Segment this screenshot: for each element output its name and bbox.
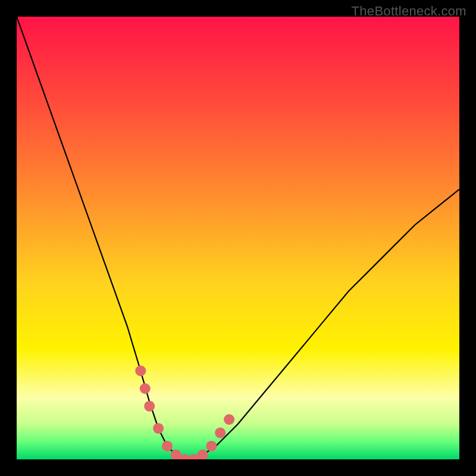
highlight-dot: [140, 383, 151, 394]
highlight-dot: [144, 401, 155, 412]
chart-plot-area: [17, 17, 459, 459]
highlight-dot: [224, 414, 234, 425]
watermark-text: TheBottleneck.com: [352, 4, 466, 19]
highlight-dot: [206, 441, 217, 452]
highlight-dot: [153, 423, 164, 434]
highlight-dot: [162, 441, 173, 452]
highlight-dot: [198, 450, 208, 459]
bottleneck-curve: [17, 17, 459, 459]
highlight-dot: [135, 365, 146, 376]
highlight-dot: [215, 427, 226, 438]
